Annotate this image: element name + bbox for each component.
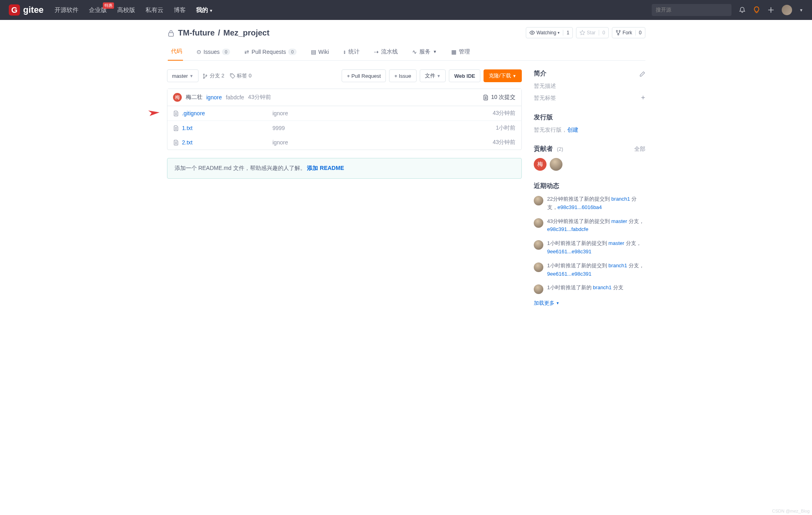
top-nav: G gitee 开源软件企业版特惠高校版私有云博客我的 ▾ 搜开源 ▼	[0, 0, 812, 20]
tab-pipeline[interactable]: ⇢ 流水线	[373, 44, 399, 60]
file-time: 43分钟前	[493, 110, 516, 117]
file-name[interactable]: 2.txt	[173, 139, 273, 146]
nav-link[interactable]: 私有云	[145, 6, 163, 14]
load-more-button[interactable]: 加载更多 ▼	[534, 300, 645, 307]
issues-icon: ⊙	[197, 49, 201, 55]
file-row[interactable]: 2.txtignore43分钟前	[167, 135, 521, 150]
tab-manage[interactable]: ▦ 管理	[450, 44, 471, 60]
branches-count[interactable]: 分支 2	[203, 72, 224, 79]
activity-avatar[interactable]	[534, 284, 543, 294]
star-button[interactable]: Star 0	[576, 27, 609, 38]
activity-item: 1小时前推送了新的 branch1 分支	[534, 284, 645, 294]
commit-author-avatar[interactable]: 梅	[173, 93, 182, 102]
file-commit-msg[interactable]: ignore	[273, 139, 493, 146]
pipeline-icon: ⇢	[374, 49, 379, 55]
add-tag-icon[interactable]: +	[641, 94, 645, 102]
repo-owner[interactable]: TM-future	[178, 28, 215, 37]
repo-header: TM-future / Mez_project Watching ▾ 1 Sta…	[167, 20, 645, 38]
file-row[interactable]: .gitignoreignore43分钟前	[167, 106, 521, 121]
watch-button[interactable]: Watching ▾ 1	[526, 27, 573, 38]
annotation-arrow: ➤	[145, 107, 161, 118]
logo-text: gitee	[23, 5, 43, 15]
logo[interactable]: G gitee	[9, 4, 43, 16]
file-commit-msg[interactable]: ignore	[273, 110, 493, 116]
tab-service[interactable]: ∿ 服务 ▼	[411, 44, 438, 60]
contributors-all-link[interactable]: 全部	[634, 146, 645, 153]
user-avatar[interactable]	[782, 5, 792, 15]
file-time: 43分钟前	[493, 139, 516, 146]
sidebar-activity: 近期动态 22分钟前推送了新的提交到 branch1 分支，e98c391...…	[534, 182, 645, 307]
file-time: 1小时前	[496, 124, 516, 132]
repo-title: TM-future / Mez_project	[167, 28, 269, 37]
activity-item: 1小时前推送了新的提交到 master 分支，9ee6161...e98c391	[534, 239, 645, 256]
commit-time: 43分钟前	[248, 94, 271, 101]
nav-link[interactable]: 开源软件	[55, 6, 79, 14]
activity-avatar[interactable]	[534, 196, 543, 205]
activity-avatar[interactable]	[534, 240, 543, 250]
lock-icon	[167, 28, 175, 37]
latest-commit-bar: 梅 梅二壮 ignore fabdcfe 43分钟前 10 次提交	[167, 89, 521, 106]
contributor-avatar[interactable]	[550, 158, 562, 171]
search-input[interactable]: 搜开源	[652, 4, 731, 16]
commit-author[interactable]: 梅二壮	[186, 94, 203, 101]
branch-selector[interactable]: master▼	[167, 69, 199, 82]
tab-issues[interactable]: ⊙ Issues 0	[196, 44, 231, 60]
file-row[interactable]: 1.txt99991小时前	[167, 121, 521, 135]
commit-sha[interactable]: fabdcfe	[226, 94, 244, 101]
repo-tabs: 代码⊙ Issues 0⇄ Pull Requests 0▤ Wiki⫾ 统计⇢…	[167, 44, 645, 61]
manage-icon: ▦	[451, 49, 456, 55]
user-menu-caret[interactable]: ▼	[799, 8, 803, 12]
contributor-avatar[interactable]: 梅	[534, 158, 547, 171]
file-panel: 梅 梅二壮 ignore fabdcfe 43分钟前 10 次提交 .gitig…	[167, 89, 522, 150]
sidebar-releases: 发行版 暂无发行版，创建	[534, 113, 645, 134]
service-icon: ∿	[412, 49, 417, 55]
plus-icon[interactable]	[767, 6, 775, 14]
web-ide-button[interactable]: Web IDE	[449, 69, 480, 82]
commits-link[interactable]: 10 次提交	[483, 94, 515, 101]
activity-avatar[interactable]	[534, 218, 543, 228]
file-name[interactable]: .gitignore	[173, 110, 273, 116]
wiki-icon: ▤	[311, 49, 316, 55]
tab-wiki[interactable]: ▤ Wiki	[310, 44, 330, 60]
create-release-link[interactable]: 创建	[567, 126, 578, 133]
readme-banner: 添加一个 README.md 文件，帮助感兴趣的人了解。 添加 README	[167, 158, 522, 179]
bell-icon[interactable]	[739, 6, 746, 14]
logo-icon: G	[9, 4, 20, 16]
new-pr-button[interactable]: + Pull Request	[342, 69, 386, 82]
new-issue-button[interactable]: + Issue	[389, 69, 416, 82]
nav-link[interactable]: 企业版特惠	[89, 6, 107, 14]
add-readme-link[interactable]: 添加 README	[307, 165, 344, 171]
pr-icon: ⇄	[244, 49, 249, 55]
repo-name[interactable]: Mez_project	[223, 28, 269, 37]
nav-link[interactable]: 高校版	[117, 6, 135, 14]
tab-stats[interactable]: ⫾ 统计	[342, 44, 360, 60]
stats-icon: ⫾	[343, 49, 346, 55]
fork-button[interactable]: Fork 0	[612, 27, 645, 38]
sidebar-intro: 简介 暂无描述 暂无标签+	[534, 69, 645, 102]
activity-item: 43分钟前推送了新的提交到 master 分支，e98c391...fabdcf…	[534, 217, 645, 234]
activity-item: 22分钟前推送了新的提交到 branch1 分支，e98c391...6016b…	[534, 195, 645, 212]
commit-message[interactable]: ignore	[206, 94, 222, 101]
nav-link[interactable]: 我的 ▾	[196, 6, 212, 14]
nav-links: 开源软件企业版特惠高校版私有云博客我的 ▾	[55, 6, 212, 14]
nav-link[interactable]: 博客	[174, 6, 186, 14]
file-name[interactable]: 1.txt	[173, 125, 273, 131]
sidebar-contributors: 贡献者 (2) 全部 梅	[534, 145, 645, 171]
edit-intro-icon[interactable]	[639, 70, 645, 77]
activity-item: 1小时前推送了新的提交到 branch1 分支，9ee6161...e98c39…	[534, 262, 645, 278]
tab-code[interactable]: 代码	[168, 44, 183, 61]
tags-count[interactable]: 标签 0	[230, 72, 252, 79]
code-toolbar: master▼ 分支 2 标签 0 + Pull Request + Issue…	[167, 69, 522, 82]
bulb-icon[interactable]	[753, 6, 760, 14]
tab-pr[interactable]: ⇄ Pull Requests 0	[244, 44, 297, 60]
file-button[interactable]: 文件▼	[420, 69, 446, 82]
activity-avatar[interactable]	[534, 262, 543, 272]
clone-button[interactable]: 克隆/下载▼	[484, 69, 522, 82]
file-commit-msg[interactable]: 9999	[273, 125, 496, 131]
